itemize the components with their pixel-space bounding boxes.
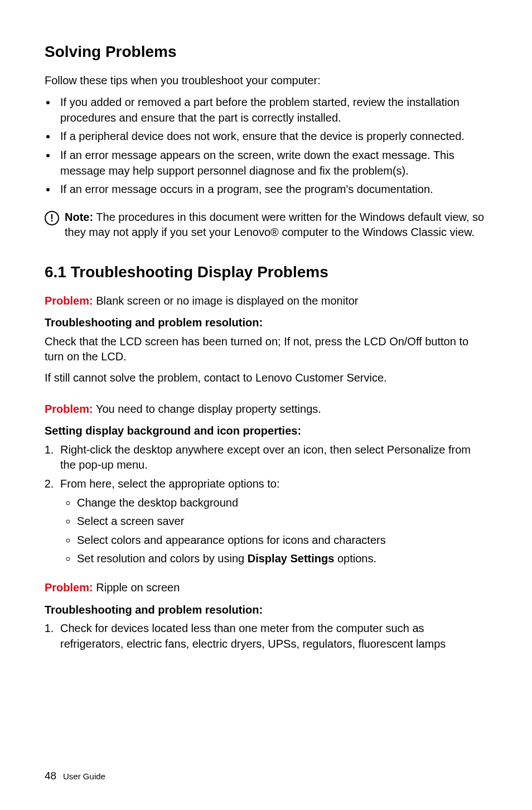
- problem-text: You need to change display property sett…: [93, 403, 321, 415]
- problem-line: Problem: You need to change display prop…: [45, 402, 489, 417]
- list-item: If you added or removed a part before th…: [57, 95, 489, 126]
- body-text: Check that the LCD screen has been turne…: [45, 334, 489, 365]
- step-text: From here, select the appropriate option…: [60, 478, 280, 490]
- body-text: If still cannot solve the problem, conta…: [45, 370, 489, 386]
- solving-problems-heading: Solving Problems: [45, 41, 489, 63]
- problem-label: Problem:: [45, 581, 93, 594]
- problem-label: Problem:: [45, 403, 93, 415]
- list-item: Select colors and appearance options for…: [77, 533, 489, 548]
- problem-line: Problem: Ripple on screen: [45, 580, 489, 596]
- list-item: Check for devices located less than one …: [57, 621, 489, 652]
- list-item: From here, select the appropriate option…: [57, 476, 489, 567]
- note-block: ! Note: The procedures in this document …: [45, 210, 489, 240]
- problem-label: Problem:: [45, 295, 93, 307]
- page-number: 48: [45, 770, 56, 782]
- footer-label: User Guide: [63, 772, 105, 781]
- note-body: Note: The procedures in this document we…: [65, 210, 489, 240]
- note-icon: !: [45, 211, 59, 225]
- list-item: Change the desktop background: [77, 495, 489, 511]
- subheading: Troubleshooting and problem resolution:: [45, 315, 489, 331]
- list-item: If a peripheral device does not work, en…: [57, 129, 489, 144]
- tips-list: If you added or removed a part before th…: [45, 95, 489, 197]
- problem-text: Blank screen or no image is displayed on…: [93, 295, 359, 307]
- section-6-1-heading: 6.1 Troubleshooting Display Problems: [45, 262, 489, 283]
- list-item: Right-click the desktop anywhere except …: [57, 442, 489, 473]
- li-bold: Display Settings: [248, 552, 335, 565]
- subheading: Troubleshooting and problem resolution:: [45, 602, 489, 618]
- steps-list: Right-click the desktop anywhere except …: [45, 442, 489, 567]
- subheading: Setting display background and icon prop…: [45, 423, 489, 439]
- page-footer: 48 User Guide: [45, 769, 105, 783]
- exclamation-icon: !: [50, 213, 54, 223]
- li-suffix: options.: [334, 552, 376, 565]
- list-item: Set resolution and colors by using Displ…: [77, 551, 489, 567]
- note-label: Note:: [65, 211, 93, 223]
- sub-bullet-list: Change the desktop background Select a s…: [65, 495, 489, 567]
- list-item: If an error message appears on the scree…: [57, 148, 489, 179]
- list-item: Select a screen saver: [77, 514, 489, 529]
- problem-line: Problem: Blank screen or no image is dis…: [45, 293, 489, 309]
- note-text: The procedures in this document were wri…: [65, 211, 484, 239]
- intro-text: Follow these tips when you troubleshoot …: [45, 73, 489, 89]
- list-item: If an error message occurs in a program,…: [57, 182, 489, 197]
- problem-text: Ripple on screen: [93, 581, 180, 594]
- li-prefix: Set resolution and colors by using: [77, 552, 248, 565]
- steps-list-3: Check for devices located less than one …: [45, 621, 489, 652]
